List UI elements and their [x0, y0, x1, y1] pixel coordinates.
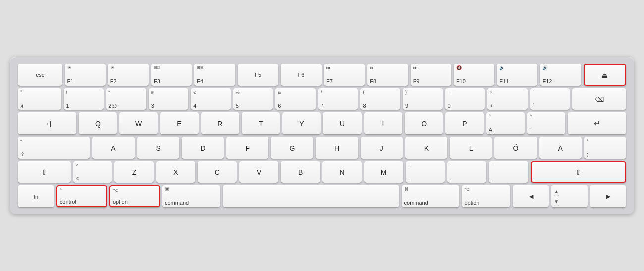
key-a[interactable]: A: [92, 137, 134, 159]
key-f10[interactable]: 🔇 F10: [454, 64, 494, 86]
key-dash[interactable]: – -: [489, 161, 528, 183]
key-y[interactable]: Y: [282, 112, 321, 134]
key-comma[interactable]: ; ,: [406, 161, 445, 183]
key-arrow-up-down: ▲ ▼: [551, 185, 588, 207]
key-g[interactable]: G: [271, 137, 313, 159]
fn-key-row: esc ☀ F1 ☀ F2 ⊟□ F3 ⊞⊞ F4 F5 F6 ⏮ F7 ⏯: [18, 64, 626, 86]
key-f7[interactable]: ⏮ F7: [324, 64, 365, 86]
key-f3[interactable]: ⊟□ F3: [151, 64, 192, 86]
key-arrow-up[interactable]: ▲: [554, 187, 559, 196]
key-1[interactable]: ! 1: [64, 88, 104, 110]
key-b[interactable]: B: [281, 161, 320, 183]
key-backspace[interactable]: ⌫: [572, 88, 626, 110]
key-aa[interactable]: ^ Å: [486, 112, 525, 134]
key-f2[interactable]: ☀ F2: [108, 64, 149, 86]
zxcv-key-row: ⇧ > < Z X C V B N M ; , : . – - ⇧: [18, 161, 626, 183]
key-m[interactable]: M: [364, 161, 403, 183]
key-p[interactable]: P: [445, 112, 483, 134]
key-eject[interactable]: ⏏: [584, 64, 626, 86]
key-f12[interactable]: 🔊 F12: [540, 64, 581, 86]
key-2[interactable]: " 2@: [106, 88, 146, 110]
key-r[interactable]: R: [201, 112, 239, 134]
key-t[interactable]: T: [242, 112, 280, 134]
key-k[interactable]: K: [405, 137, 447, 159]
key-8[interactable]: ( 8: [360, 88, 400, 110]
key-arrow-right[interactable]: ▶: [590, 185, 626, 207]
key-3[interactable]: # 3: [149, 88, 189, 110]
key-5[interactable]: % 5: [233, 88, 273, 110]
key-f4[interactable]: ⊞⊞ F4: [194, 64, 235, 86]
key-lshift[interactable]: ⇧: [18, 161, 71, 183]
key-i[interactable]: I: [364, 112, 402, 134]
key-f8[interactable]: ⏯ F8: [367, 64, 408, 86]
key-ae[interactable]: Ä: [539, 137, 582, 159]
key-f[interactable]: F: [226, 137, 268, 159]
key-f9[interactable]: ⏭ F9: [411, 64, 451, 86]
key-7[interactable]: / 7: [318, 88, 358, 110]
key-dot[interactable]: : .: [447, 161, 486, 183]
key-arrow-down[interactable]: ▼: [554, 197, 559, 206]
key-oe[interactable]: Ö: [494, 137, 537, 159]
qwerty-key-row: →| Q W E R T Y U I O P ^ Å ^ ¨ ↵: [18, 112, 626, 134]
key-lt[interactable]: > <: [73, 161, 112, 183]
key-control[interactable]: ^ control: [56, 185, 107, 207]
key-6[interactable]: & 6: [275, 88, 316, 110]
key-l[interactable]: L: [450, 137, 492, 159]
key-enter[interactable]: ↵: [568, 112, 626, 134]
key-plus[interactable]: ? +: [487, 88, 528, 110]
key-space[interactable]: [223, 185, 399, 207]
key-9[interactable]: ) 9: [403, 88, 443, 110]
key-n[interactable]: N: [322, 161, 362, 183]
key-f5[interactable]: F5: [238, 64, 278, 86]
key-command-right[interactable]: ⌘ command: [402, 185, 460, 207]
key-s[interactable]: S: [137, 137, 179, 159]
key-f1[interactable]: ☀ F1: [65, 64, 106, 86]
key-h[interactable]: H: [316, 137, 358, 159]
key-q[interactable]: Q: [79, 112, 117, 134]
key-d[interactable]: D: [182, 137, 224, 159]
key-x[interactable]: X: [156, 161, 195, 183]
key-c[interactable]: C: [198, 161, 237, 183]
key-caps[interactable]: • ⇪: [18, 137, 90, 159]
key-backtick[interactable]: ` ´: [530, 88, 570, 110]
keyboard: esc ☀ F1 ☀ F2 ⊟□ F3 ⊞⊞ F4 F5 F6 ⏮ F7 ⏯: [10, 57, 634, 214]
asdf-key-row: • ⇪ A S D F G H J K L Ö Ä * ;: [18, 137, 626, 159]
key-f6[interactable]: F6: [281, 64, 322, 86]
key-option-right[interactable]: ⌥ option: [462, 185, 510, 207]
key-e[interactable]: E: [160, 112, 198, 134]
key-option-left[interactable]: ⌥ option: [109, 185, 160, 207]
key-semi[interactable]: * ;: [584, 137, 626, 159]
key-4[interactable]: € 4: [191, 88, 231, 110]
key-o[interactable]: O: [405, 112, 443, 134]
key-0[interactable]: = 0: [445, 88, 485, 110]
key-rshift[interactable]: ⇧: [531, 161, 626, 183]
key-z[interactable]: Z: [114, 161, 154, 183]
key-u[interactable]: U: [323, 112, 361, 134]
key-uml[interactable]: ^ ¨: [527, 112, 565, 134]
key-v[interactable]: V: [239, 161, 278, 183]
number-key-row: ° § ! 1 " 2@ # 3 € 4 % 5 & 6 / 7: [18, 88, 626, 110]
key-command-left[interactable]: ⌘ command: [162, 185, 220, 207]
key-section[interactable]: ° §: [18, 88, 61, 110]
key-fn[interactable]: fn: [18, 185, 54, 207]
key-f11[interactable]: 🔉 F11: [497, 64, 537, 86]
key-esc[interactable]: esc: [18, 64, 62, 86]
key-tab[interactable]: →|: [18, 112, 76, 134]
bottom-key-row: fn ^ control ⌥ option ⌘ command ⌘ comman…: [18, 185, 626, 207]
key-w[interactable]: W: [119, 112, 158, 134]
key-j[interactable]: J: [361, 137, 403, 159]
key-arrow-left[interactable]: ◀: [513, 185, 549, 207]
